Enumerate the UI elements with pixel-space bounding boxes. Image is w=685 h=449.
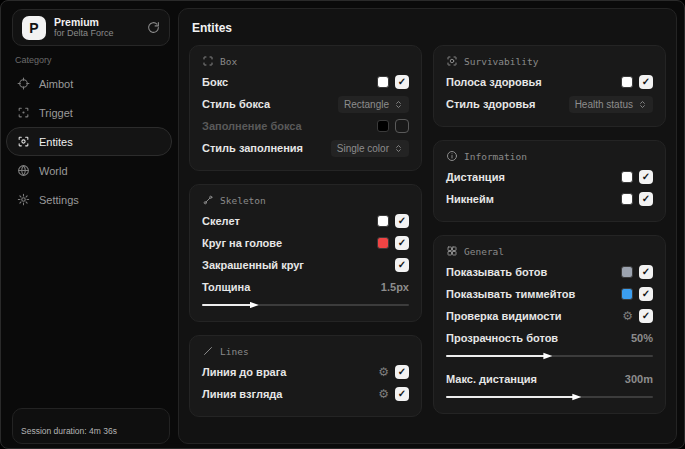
gear-icon xyxy=(17,193,30,206)
app-window: P Premium for Delta Force Category Aimbo… xyxy=(0,0,685,449)
sidebar-item-label: Settings xyxy=(39,194,79,206)
section-information: Information Дистанция ✓ Никнейм ✓ xyxy=(433,140,666,222)
session-duration: Session duration: 4m 36s xyxy=(21,426,117,436)
left-column: Box Бокс ✓ Стиль бокса Rectangle xyxy=(189,45,422,417)
row-filled-circle: Закрашенный круг ✓ xyxy=(202,254,409,276)
color-swatch[interactable] xyxy=(377,215,389,227)
checkbox[interactable]: ✓ xyxy=(639,309,653,323)
row-box-fill: Заполнение бокса xyxy=(202,115,409,137)
row-settings-gear-icon[interactable]: ⚙ xyxy=(378,388,389,400)
section-skeleton: Skeleton Скелет ✓ Круг на голове ✓ xyxy=(189,184,422,322)
row-visibility-check: Проверка видимости ⚙ ✓ xyxy=(446,305,653,327)
slider-value: 50% xyxy=(631,332,653,344)
section-title: Skeleton xyxy=(220,195,266,206)
checkbox[interactable]: ✓ xyxy=(395,75,409,89)
session-card: Session duration: 4m 36s xyxy=(12,408,170,444)
row-thickness: Толщина 1.5px xyxy=(202,276,409,298)
brand-title: Premium xyxy=(54,16,139,28)
box-style-select[interactable]: Rectangle xyxy=(338,96,409,113)
sidebar: P Premium for Delta Force Category Aimbo… xyxy=(1,1,177,448)
right-column: Survivability Полоса здоровья ✓ Стиль зд… xyxy=(433,45,666,417)
trigger-icon xyxy=(17,106,30,119)
checkbox[interactable]: ✓ xyxy=(639,75,653,89)
brand-subtitle: for Delta Force xyxy=(54,28,139,38)
sidebar-nav: Aimbot Trigget Entites World xyxy=(1,69,177,214)
entities-icon xyxy=(17,135,30,148)
checkbox[interactable]: ✓ xyxy=(395,365,409,379)
chevrons-up-down-icon xyxy=(638,99,647,110)
section-title: Information xyxy=(464,151,527,162)
row-settings-gear-icon[interactable]: ⚙ xyxy=(378,366,389,378)
color-swatch[interactable] xyxy=(377,76,389,88)
row-health-style: Стиль здоровья Health status xyxy=(446,93,653,115)
page-title: Entites xyxy=(192,21,666,35)
checkbox[interactable] xyxy=(395,119,409,133)
sidebar-item-label: World xyxy=(39,165,68,177)
row-max-distance: Макс. дистанция 300m xyxy=(446,368,653,390)
sidebar-item-entites[interactable]: Entites xyxy=(6,127,172,156)
brand-card: P Premium for Delta Force xyxy=(12,9,170,46)
chevrons-up-down-icon xyxy=(394,99,403,110)
scan-circle-icon xyxy=(446,55,458,67)
max-distance-slider[interactable] xyxy=(446,392,653,402)
line-icon xyxy=(202,345,214,357)
row-settings-gear-icon[interactable]: ⚙ xyxy=(622,310,633,322)
brand-logo: P xyxy=(22,16,46,40)
sidebar-item-trigget[interactable]: Trigget xyxy=(6,98,172,127)
checkbox[interactable]: ✓ xyxy=(639,170,653,184)
sidebar-item-label: Aimbot xyxy=(39,78,73,90)
refresh-icon[interactable] xyxy=(147,21,160,34)
color-swatch[interactable] xyxy=(621,288,633,300)
checkbox[interactable]: ✓ xyxy=(395,236,409,250)
scan-box-icon xyxy=(202,55,214,67)
row-bot-opacity: Прозрачность ботов 50% xyxy=(446,327,653,349)
row-head-circle: Круг на голове ✓ xyxy=(202,232,409,254)
slider-thumb[interactable] xyxy=(572,393,581,402)
health-style-select[interactable]: Health status xyxy=(569,96,653,113)
row-box-style: Стиль бокса Rectangle xyxy=(202,93,409,115)
color-swatch[interactable] xyxy=(377,120,389,132)
row-show-bots: Показывать ботов ✓ xyxy=(446,261,653,283)
checkbox[interactable]: ✓ xyxy=(395,258,409,272)
slider-thumb[interactable] xyxy=(543,352,552,361)
section-title: Box xyxy=(220,56,237,67)
crosshair-icon xyxy=(17,77,30,90)
slider-value: 300m xyxy=(625,373,653,385)
sidebar-item-world[interactable]: World xyxy=(6,156,172,185)
row-show-teammates: Показывать тиммейтов ✓ xyxy=(446,283,653,305)
bot-opacity-slider[interactable] xyxy=(446,351,653,361)
checkbox[interactable]: ✓ xyxy=(395,387,409,401)
slider-thumb[interactable] xyxy=(250,301,259,310)
row-box-enable: Бокс ✓ xyxy=(202,71,409,93)
color-swatch[interactable] xyxy=(377,237,389,249)
fill-style-select[interactable]: Single color xyxy=(331,140,409,157)
globe-icon xyxy=(17,164,30,177)
sidebar-item-aimbot[interactable]: Aimbot xyxy=(6,69,172,98)
section-lines: Lines Линия до врага ⚙ ✓ Линия взгляда ⚙ xyxy=(189,335,422,417)
thickness-slider[interactable] xyxy=(202,300,409,310)
checkbox[interactable]: ✓ xyxy=(395,214,409,228)
color-swatch[interactable] xyxy=(621,193,633,205)
color-swatch[interactable] xyxy=(621,76,633,88)
row-line-of-sight: Линия взгляда ⚙ ✓ xyxy=(202,383,409,405)
section-general: General Показывать ботов ✓ Показывать ти… xyxy=(433,235,666,414)
chevrons-up-down-icon xyxy=(394,143,403,154)
row-health-bar: Полоса здоровья ✓ xyxy=(446,71,653,93)
sidebar-item-label: Trigget xyxy=(39,107,73,119)
color-swatch[interactable] xyxy=(621,266,633,278)
row-fill-style: Стиль заполнения Single color xyxy=(202,137,409,159)
color-swatch[interactable] xyxy=(621,171,633,183)
section-survivability: Survivability Полоса здоровья ✓ Стиль зд… xyxy=(433,45,666,127)
checkbox[interactable]: ✓ xyxy=(639,265,653,279)
checkbox[interactable]: ✓ xyxy=(639,287,653,301)
section-title: General xyxy=(464,246,504,257)
bone-icon xyxy=(202,194,214,206)
checkbox[interactable]: ✓ xyxy=(639,192,653,206)
section-box: Box Бокс ✓ Стиль бокса Rectangle xyxy=(189,45,422,171)
row-skeleton-enable: Скелет ✓ xyxy=(202,210,409,232)
section-title: Lines xyxy=(220,346,249,357)
category-label: Category xyxy=(15,55,52,65)
sidebar-item-settings[interactable]: Settings xyxy=(6,185,172,214)
row-distance: Дистанция ✓ xyxy=(446,166,653,188)
section-title: Survivability xyxy=(464,56,538,67)
